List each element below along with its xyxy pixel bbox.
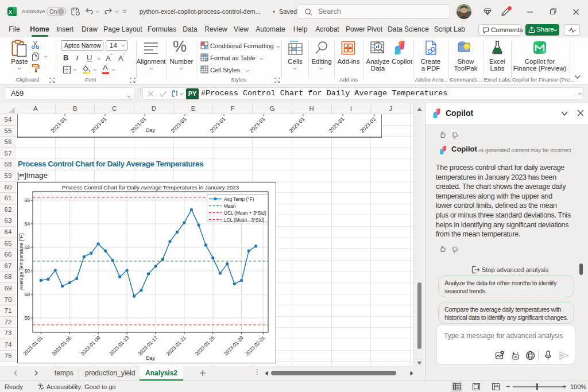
svg-text:Process Control Chart for Dail: Process Control Chart for Daily Average … [62,184,239,191]
svg-text:Mean: Mean [224,204,236,209]
svg-text:Average Temperature (°F): Average Temperature (°F) [18,233,24,290]
svg-text:64: 64 [24,221,30,227]
svg-text:66: 66 [24,197,30,203]
svg-text:58: 58 [24,292,30,297]
svg-text:X: X [9,9,13,15]
svg-text:LCL (Mean - 3*Std): LCL (Mean - 3*Std) [224,218,265,223]
svg-text:62: 62 [24,244,30,250]
svg-text:Day: Day [146,127,156,133]
svg-text:UCL (Mean + 3*Std): UCL (Mean + 3*Std) [224,211,266,216]
svg-text:Day: Day [146,355,156,361]
svg-text:Avg Temp (°F): Avg Temp (°F) [224,197,254,202]
svg-text:60: 60 [24,268,30,274]
svg-text:56: 56 [24,315,30,321]
